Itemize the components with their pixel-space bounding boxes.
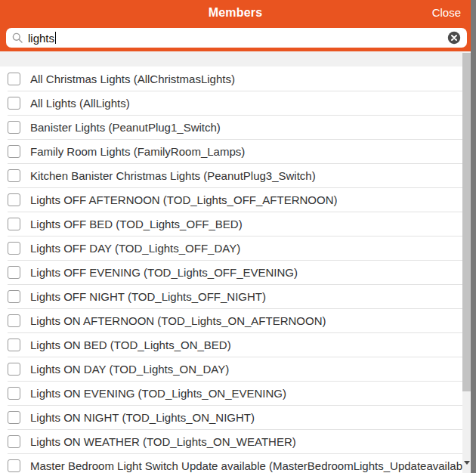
member-row[interactable]: Family Room Lights (FamilyRoom_Lamps)	[0, 139, 462, 163]
member-checkbox[interactable]	[8, 266, 20, 279]
member-checkbox[interactable]	[8, 387, 20, 400]
member-row[interactable]: Lights OFF EVENING (TOD_Lights_OFF_EVENI…	[0, 260, 462, 284]
member-label: Banister Lights (PeanutPlug1_Switch)	[30, 121, 221, 134]
member-checkbox[interactable]	[8, 435, 20, 448]
member-checkbox[interactable]	[8, 169, 20, 182]
member-label: Lights OFF EVENING (TOD_Lights_OFF_EVENI…	[30, 266, 298, 279]
member-checkbox[interactable]	[8, 363, 20, 376]
member-label: Lights OFF NIGHT (TOD_Lights_OFF_NIGHT)	[30, 290, 266, 303]
member-row[interactable]: Kitchen Banister Christmas Lights (Peanu…	[0, 163, 462, 187]
member-row[interactable]: Lights ON NIGHT (TOD_Lights_ON_NIGHT)	[0, 405, 462, 429]
member-checkbox[interactable]	[8, 97, 20, 110]
member-checkbox[interactable]	[8, 459, 20, 472]
scrollbar-track[interactable]	[462, 51, 471, 473]
member-label: Kitchen Banister Christmas Lights (Peanu…	[30, 169, 316, 182]
search-value: lights	[28, 32, 54, 45]
member-row[interactable]: Lights ON WEATHER (TOD_Lights_ON_WEATHER…	[0, 429, 462, 453]
member-row[interactable]: All Christmas Lights (AllChristmasLights…	[0, 66, 462, 91]
text-caret	[55, 32, 56, 44]
member-checkbox[interactable]	[8, 314, 20, 327]
member-list: All Christmas Lights (AllChristmasLights…	[0, 66, 462, 473]
member-checkbox[interactable]	[8, 339, 20, 351]
member-row[interactable]: Lights ON EVENING (TOD_Lights_ON_EVENING…	[0, 381, 462, 405]
member-checkbox[interactable]	[8, 73, 20, 85]
scrollbar-thumb[interactable]	[462, 53, 471, 391]
member-label: Lights ON NIGHT (TOD_Lights_ON_NIGHT)	[30, 411, 255, 424]
member-checkbox[interactable]	[8, 145, 20, 158]
member-row[interactable]: Banister Lights (PeanutPlug1_Switch)	[0, 115, 462, 139]
member-label: Lights ON BED (TOD_Lights_ON_BED)	[30, 339, 231, 351]
member-row[interactable]: Lights OFF AFTERNOON (TOD_Lights_OFF_AFT…	[0, 187, 462, 212]
member-row[interactable]: Lights ON DAY (TOD_Lights_ON_DAY)	[0, 357, 462, 381]
members-dialog: Members Close lights All Christmas Light…	[0, 0, 471, 473]
dialog-title: Members	[0, 6, 471, 20]
member-row[interactable]: Lights OFF DAY (TOD_Lights_OFF_DAY)	[0, 236, 462, 260]
member-label: All Christmas Lights (AllChristmasLights…	[30, 73, 235, 85]
member-checkbox[interactable]	[8, 218, 20, 230]
member-label: Lights ON WEATHER (TOD_Lights_ON_WEATHER…	[30, 435, 296, 448]
member-label: All Lights (AllLights)	[30, 97, 130, 110]
member-label: Lights OFF DAY (TOD_Lights_OFF_DAY)	[30, 242, 240, 255]
member-checkbox[interactable]	[8, 121, 20, 134]
member-row[interactable]: Lights ON AFTERNOON (TOD_Lights_ON_AFTER…	[0, 308, 462, 332]
page-backdrop-strip	[471, 0, 476, 473]
clear-search-button[interactable]	[447, 31, 461, 45]
member-row[interactable]: Lights ON BED (TOD_Lights_ON_BED)	[0, 332, 462, 357]
member-checkbox[interactable]	[8, 411, 20, 424]
scroll-down-button[interactable]	[462, 461, 471, 465]
member-checkbox[interactable]	[8, 242, 20, 255]
search-input[interactable]: lights	[6, 28, 467, 48]
close-button[interactable]: Close	[432, 6, 461, 19]
circle-x-icon	[447, 31, 461, 45]
member-label: Lights ON EVENING (TOD_Lights_ON_EVENING…	[30, 387, 286, 400]
member-row[interactable]: Master Bedroom Light Switch Update avail…	[0, 453, 462, 473]
member-checkbox[interactable]	[8, 193, 20, 206]
member-label: Master Bedroom Light Switch Update avail…	[30, 459, 462, 472]
member-checkbox[interactable]	[8, 290, 20, 303]
member-label: Lights OFF BED (TOD_Lights_OFF_BED)	[30, 218, 243, 230]
member-row[interactable]: All Lights (AllLights)	[0, 91, 462, 115]
member-label: Family Room Lights (FamilyRoom_Lamps)	[30, 145, 245, 158]
member-row[interactable]: Lights OFF BED (TOD_Lights_OFF_BED)	[0, 212, 462, 236]
member-label: Lights ON DAY (TOD_Lights_ON_DAY)	[30, 363, 229, 376]
member-label: Lights OFF AFTERNOON (TOD_Lights_OFF_AFT…	[30, 193, 337, 206]
search-icon	[12, 32, 23, 43]
member-row[interactable]: Lights OFF NIGHT (TOD_Lights_OFF_NIGHT)	[0, 284, 462, 308]
member-label: Lights ON AFTERNOON (TOD_Lights_ON_AFTER…	[30, 314, 326, 327]
triangle-down-icon	[464, 461, 470, 465]
dialog-header: Members Close lights	[0, 0, 471, 51]
